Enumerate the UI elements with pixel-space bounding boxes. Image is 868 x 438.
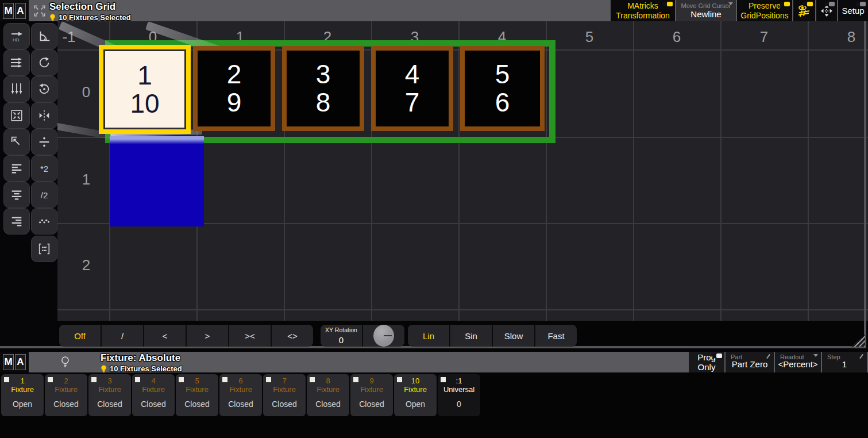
direction-slash-button[interactable]: / — [101, 325, 143, 347]
encoder-selection-status-text: 10 Fixtures Selected — [110, 364, 182, 373]
move-grid-cursor-button[interactable]: Move Grid Cursor Newline — [676, 0, 736, 21]
xy-rotation-value: 0 — [339, 335, 344, 345]
grid-cursor[interactable] — [110, 136, 204, 226]
encoder-checkbox[interactable] — [48, 377, 53, 382]
rotate-cw-icon — [37, 56, 51, 70]
setup-button[interactable]: Setup — [838, 0, 868, 21]
svg-text:HD: HD — [13, 37, 20, 43]
grid-cell[interactable]: 3 8 — [282, 46, 364, 131]
fade-sin-button[interactable]: Sin — [449, 325, 492, 347]
align-left-button[interactable] — [3, 155, 30, 182]
multiply-two-button[interactable]: *2 — [31, 155, 57, 182]
grid-cell-current[interactable]: 1 10 — [99, 45, 191, 134]
divide-two-button[interactable]: /2 — [31, 182, 57, 208]
encoder-checkbox[interactable] — [353, 377, 358, 382]
arrows-down-button[interactable] — [3, 76, 30, 102]
angle-button[interactable] — [31, 23, 57, 49]
encoder-checkbox[interactable] — [135, 377, 140, 382]
direction-out-button[interactable]: <> — [271, 325, 313, 347]
fixture-id: 5 — [495, 60, 510, 89]
encoder-fixture-2[interactable]: 2 Fixture Closed — [45, 374, 87, 416]
corner-arrow-icon — [10, 135, 24, 149]
toggle-on-indicator — [663, 2, 673, 6]
fade-lin-button[interactable]: Lin — [408, 325, 449, 347]
direction-left-button[interactable]: < — [143, 325, 186, 347]
grid-cell[interactable]: 4 7 — [371, 46, 453, 131]
align-center-button[interactable] — [3, 182, 30, 208]
column-label: 5 — [572, 28, 607, 46]
encoder-fixture-5[interactable]: 5 Fixture Closed — [176, 374, 218, 416]
grid-cell[interactable]: 2 9 — [193, 46, 275, 131]
encoder-fixture-7[interactable]: 7 Fixture Closed — [263, 374, 306, 416]
matricks-transformation-button[interactable]: MAtricks Transformation — [611, 0, 675, 21]
grid-brackets-button[interactable] — [31, 236, 57, 262]
align-right-button[interactable] — [3, 208, 30, 235]
encoder-selection-status: 10 Fixtures Selected — [101, 364, 182, 373]
encoder-fixture-8[interactable]: 8 Fixture Closed — [307, 374, 349, 416]
ma-logo-m: M — [3, 3, 14, 19]
direction-off-button[interactable]: Off — [59, 325, 101, 347]
mirror-horizontal-icon — [37, 109, 51, 122]
fixture-sheet-icon — [61, 356, 70, 368]
prog-only-button[interactable]: Prog Only — [689, 352, 724, 372]
rotate-ccw-button[interactable] — [31, 76, 57, 102]
toggle-off-indicator — [825, 2, 835, 6]
encoder-checkbox[interactable] — [266, 377, 271, 382]
divide-grid-button[interactable] — [31, 129, 57, 155]
toggle-off-indicator — [856, 2, 866, 6]
fade-fast-button[interactable]: Fast — [534, 325, 577, 347]
encoder-fixture-4[interactable]: 4 Fixture Closed — [132, 374, 175, 416]
resize-grip-icon[interactable] — [851, 335, 865, 347]
next-row-hd-button[interactable]: HD — [3, 23, 30, 49]
encoder-fixture-1[interactable]: 1 Fixture Open — [1, 374, 44, 416]
direction-right-button[interactable]: > — [186, 325, 228, 347]
encoder-universal[interactable]: :1 Universal 0 — [438, 374, 480, 416]
follow-grid-cursor-button[interactable] — [793, 0, 815, 21]
rotate-cw-button[interactable] — [31, 49, 57, 76]
grid-cell[interactable]: 5 6 — [460, 46, 545, 131]
arrows-right-button[interactable] — [3, 49, 30, 76]
encoder-checkbox[interactable] — [310, 377, 315, 382]
fixture-titlebar: M A Fixture: Absolute 10 Fixtures Select… — [0, 352, 868, 372]
encoder-checkbox[interactable] — [222, 377, 227, 382]
encoder-checkbox[interactable] — [397, 377, 402, 382]
encoder-checkbox[interactable] — [4, 377, 9, 382]
encoder-fixture-6[interactable]: 6 Fixture Closed — [219, 374, 262, 416]
preserve-gridpositions-button[interactable]: Preserve GridPositions — [737, 0, 792, 21]
selection-status-text: 10 Fixtures Selected — [59, 13, 131, 22]
random-dots-icon — [37, 214, 51, 228]
move-window-button[interactable] — [816, 0, 837, 21]
toggle-on-indicator — [803, 2, 813, 6]
grid-header-buttons: MAtricks Transformation Move Grid Cursor… — [611, 0, 868, 21]
edit-pen-icon — [859, 354, 863, 359]
xy-rotation-value-button[interactable]: XY Rotation 0 — [321, 325, 362, 347]
encoder-checkbox[interactable] — [91, 377, 97, 382]
selection-grid-canvas[interactable]: -1 0 1 2 3 4 5 6 7 8 0 1 2 1 10 2 9 3 8 … — [57, 21, 868, 321]
encoder-checkbox[interactable] — [441, 377, 446, 382]
encoder-fixture-9[interactable]: 9 Fixture Closed — [350, 374, 393, 416]
rotate-ccw-icon — [37, 82, 51, 96]
grid-brackets-icon — [37, 242, 51, 256]
fade-slow-button[interactable]: Slow — [492, 325, 534, 347]
collapse-grid-button[interactable] — [3, 102, 30, 129]
shuffle-button[interactable] — [31, 208, 57, 235]
xy-rotation-knob[interactable] — [373, 325, 394, 347]
mirror-horizontal-button[interactable] — [31, 102, 57, 129]
grid-tool-sidebar: HD — [0, 21, 57, 348]
encoder-checkbox[interactable] — [179, 377, 184, 382]
selection-grid-icon — [32, 3, 47, 18]
readout-button[interactable]: Readout <Percent> — [775, 352, 821, 372]
part-button[interactable]: Part Part Zero — [726, 352, 774, 372]
direction-in-button[interactable]: >< — [228, 325, 271, 347]
step-button[interactable]: Step 1 — [822, 352, 867, 372]
encoder-fixture-3[interactable]: 3 Fixture Closed — [88, 374, 131, 416]
grandma3-screen: { "brand": {"logo_m": "M", "logo_a": "A"… — [0, 0, 868, 438]
window-title: Selection Grid — [49, 2, 131, 13]
multiply-two-label: *2 — [40, 164, 48, 174]
corner-arrow-button[interactable] — [3, 129, 30, 155]
xy-rotation-knob-cell — [362, 325, 404, 347]
encoder-fixture-10[interactable]: 10 Fixture Open — [394, 374, 437, 416]
xy-rotation-label: XY Rotation — [325, 326, 357, 333]
row-label: 1 — [74, 171, 99, 189]
window-border — [864, 21, 866, 348]
